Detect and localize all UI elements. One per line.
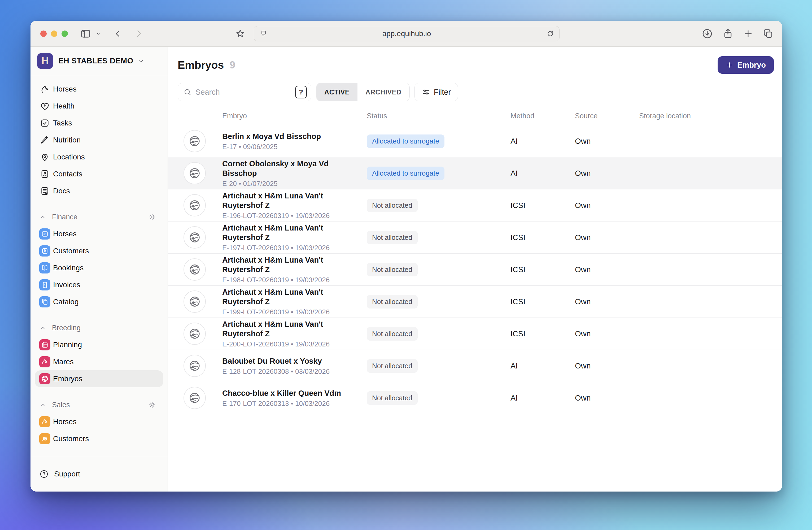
search-input[interactable] — [195, 88, 295, 97]
col-header-storage: Storage location — [639, 112, 782, 120]
status-badge: Not allocated — [367, 199, 418, 212]
support-label: Support — [54, 470, 80, 478]
plus-icon — [726, 61, 734, 69]
address-bar[interactable]: app.equihub.io — [254, 26, 560, 41]
main-content: Embryos 9 Embryo ? ACTIVEARCHIVED — [168, 47, 782, 491]
new-tab-icon[interactable] — [743, 28, 753, 39]
sidebar-item-planning[interactable]: Planning — [35, 336, 163, 353]
status-badge: Allocated to surrogate — [367, 134, 445, 148]
receipt-icon: $ — [39, 279, 50, 290]
sidebar-item-bookings[interactable]: Bookings — [35, 259, 163, 276]
col-header-embryo: Embryo — [222, 112, 367, 120]
gear-icon[interactable] — [148, 213, 157, 221]
col-header-status: Status — [367, 112, 510, 120]
sidebar-item-tasks[interactable]: Tasks — [35, 115, 163, 132]
workspace-chevron-down-icon — [137, 58, 145, 65]
table-row[interactable]: Artichaut x H&m Luna Van't Ruytershof Z … — [168, 189, 782, 221]
forward-icon[interactable] — [134, 29, 144, 39]
method-cell: AI — [510, 393, 575, 402]
minimize-window-button[interactable] — [51, 30, 57, 37]
table-row[interactable]: Chacco-blue x Killer Queen Vdm E-170-LOT… — [168, 382, 782, 414]
table-row[interactable]: Artichaut x H&m Luna Van't Ruytershof Z … — [168, 318, 782, 350]
search-field[interactable]: ? — [178, 83, 311, 101]
zoom-window-button[interactable] — [61, 30, 68, 37]
page-title: Embryos — [178, 59, 224, 71]
sidebar-item-label: Mares — [53, 358, 74, 366]
people-icon — [39, 433, 50, 444]
embryo-avatar — [184, 323, 206, 345]
table-row[interactable]: Artichaut x H&m Luna Van't Ruytershof Z … — [168, 221, 782, 254]
method-cell: AI — [510, 137, 575, 146]
tab-overview-icon[interactable] — [763, 28, 774, 40]
sidebar-item-support[interactable]: Support — [30, 456, 168, 491]
sidebar-toggle-icon[interactable] — [80, 28, 91, 40]
status-badge: Not allocated — [367, 327, 418, 341]
embryo-id-date: E-17 • 09/06/2025 — [222, 143, 356, 151]
window-controls — [40, 21, 68, 47]
chevron-up-icon[interactable] — [39, 401, 46, 408]
horse-icon — [39, 356, 50, 368]
sidebar-item-customers[interactable]: Customers — [35, 430, 163, 447]
sidebar-item-embryos[interactable]: Embryos — [35, 370, 163, 387]
source-cell: Own — [575, 169, 639, 178]
sidebar-item-label: Health — [53, 102, 74, 110]
embryo-avatar — [184, 162, 206, 184]
share-icon[interactable] — [722, 28, 734, 40]
workspace-name: EH STABLES DEMO — [58, 57, 133, 65]
table-row[interactable]: Berlin x Moya Vd Bisschop E-17 • 09/06/2… — [168, 125, 782, 157]
embryo-name: Baloubet Du Rouet x Yosky — [222, 356, 355, 366]
calendar-icon — [39, 339, 50, 350]
sidebar-item-label: Embryos — [53, 375, 82, 383]
add-embryo-button[interactable]: Embryo — [717, 56, 774, 74]
status-badge: Not allocated — [367, 295, 418, 309]
book-open-icon — [39, 262, 50, 273]
table-row[interactable]: Artichaut x H&m Luna Van't Ruytershof Z … — [168, 286, 782, 318]
search-shortcut-badge: ? — [295, 86, 307, 98]
embryo-table: Embryo Status Method Source Storage loca… — [168, 106, 782, 414]
filter-button[interactable]: Filter — [415, 83, 458, 101]
filter-label: Filter — [434, 88, 451, 97]
sidebar-item-contacts[interactable]: Contacts — [35, 166, 163, 183]
horse-icon — [40, 84, 50, 94]
map-pin-icon — [40, 152, 50, 162]
svg-text:$: $ — [44, 283, 46, 286]
refresh-icon[interactable] — [546, 29, 554, 38]
method-cell: ICSI — [510, 329, 575, 338]
page-count: 9 — [230, 59, 235, 71]
chevron-up-icon[interactable] — [39, 214, 46, 220]
sidebar-item-horses[interactable]: Horses — [35, 81, 163, 98]
downloads-icon[interactable] — [701, 28, 713, 40]
sidebar-chevron-down-icon[interactable] — [95, 30, 102, 37]
person-card-icon — [39, 245, 50, 257]
table-row[interactable]: Cornet Obolensky x Moya Vd Bisschop E-20… — [168, 157, 782, 189]
chevron-up-icon[interactable] — [39, 325, 46, 331]
source-cell: Own — [575, 297, 639, 306]
sidebar-item-horses[interactable]: Horses — [35, 413, 163, 430]
sidebar-item-health[interactable]: Health — [35, 98, 163, 115]
status-badge: Not allocated — [367, 359, 418, 373]
sidebar-item-catalog[interactable]: Catalog — [35, 293, 163, 310]
bookmark-star-icon[interactable] — [235, 28, 246, 39]
task-check-icon — [40, 118, 50, 128]
close-window-button[interactable] — [40, 30, 47, 37]
embryo-id-date: E-198-LOT-20260319 • 19/03/2026 — [222, 276, 356, 284]
back-icon[interactable] — [113, 29, 123, 39]
list-icon — [39, 228, 50, 240]
tab-archived[interactable]: ARCHIVED — [358, 83, 409, 101]
sidebar-item-nutrition[interactable]: Nutrition — [35, 132, 163, 148]
tab-active[interactable]: ACTIVE — [316, 83, 358, 101]
sidebar-item-horses[interactable]: Horses — [35, 226, 163, 242]
sidebar-item-locations[interactable]: Locations — [35, 148, 163, 166]
embryo-avatar — [184, 290, 206, 313]
sidebar-item-customers[interactable]: Customers — [35, 242, 163, 259]
table-row[interactable]: Baloubet Du Rouet x Yosky E-128-LOT-2026… — [168, 350, 782, 382]
reader-icon[interactable] — [259, 29, 268, 38]
sidebar-item-invoices[interactable]: $Invoices — [35, 276, 163, 293]
source-cell: Own — [575, 393, 639, 402]
embryo-id-date: E-200-LOT-20260319 • 19/03/2026 — [222, 340, 356, 348]
sidebar-item-docs[interactable]: Docs — [35, 183, 163, 200]
sidebar-item-mares[interactable]: Mares — [35, 353, 163, 370]
workspace-switcher[interactable]: H EH STABLES DEMO — [30, 47, 168, 75]
table-row[interactable]: Artichaut x H&m Luna Van't Ruytershof Z … — [168, 254, 782, 286]
gear-icon[interactable] — [148, 401, 157, 409]
